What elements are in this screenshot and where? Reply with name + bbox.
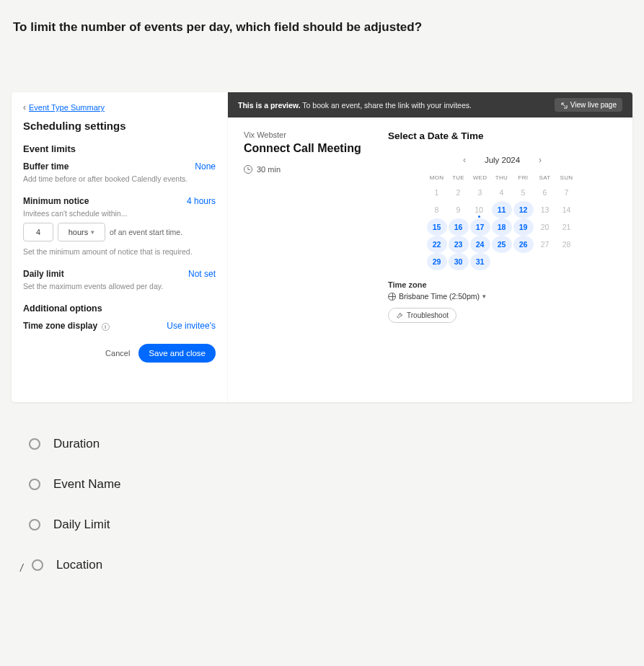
- calendar-day: [557, 253, 577, 270]
- daily-limit-label: Daily limit: [23, 269, 64, 279]
- preview-bar: This is a preview. To book an event, sha…: [228, 92, 632, 117]
- radio-icon[interactable]: [32, 559, 43, 571]
- meeting-info: Vix Webster Connect Call Meeting 30 min: [244, 130, 388, 391]
- calendar-day: 1: [427, 184, 447, 201]
- calendar-day[interactable]: 29: [427, 253, 447, 270]
- timezone-display-label: Time zone display i: [23, 321, 110, 331]
- calendar-day: 8: [427, 201, 447, 218]
- dow-cell: TUE: [449, 174, 469, 181]
- meeting-title: Connect Call Meeting: [244, 142, 388, 155]
- chevron-down-icon: ▾: [482, 293, 486, 300]
- calendar-day[interactable]: 24: [470, 236, 490, 253]
- calendar-day: 10: [470, 201, 490, 218]
- chevron-left-icon: ‹: [23, 102, 26, 112]
- calendar-day[interactable]: 15: [427, 218, 447, 236]
- calendar-day: 27: [535, 236, 555, 253]
- minimum-notice-desc: Set the minimum amount of notice that is…: [23, 247, 216, 257]
- calendar-day[interactable]: 17: [470, 218, 490, 236]
- option-duration[interactable]: Duration: [22, 424, 630, 464]
- calendar-day[interactable]: 12: [513, 201, 534, 218]
- buffer-time-value[interactable]: None: [195, 161, 216, 172]
- calendar-day[interactable]: 11: [492, 201, 512, 218]
- day-of-week-header: MONTUEWEDTHUFRISATSUN: [427, 174, 578, 181]
- daily-limit-row[interactable]: Daily limit Not set: [23, 269, 216, 279]
- option-event-name[interactable]: Event Name: [22, 464, 630, 505]
- minimum-notice-sub: Invitees can't schedule within...: [23, 209, 216, 219]
- answer-options: Duration Event Name Daily Limit / Locati…: [22, 424, 630, 585]
- breadcrumb[interactable]: ‹ Event Type Summary: [23, 102, 216, 112]
- radio-icon[interactable]: [29, 479, 40, 490]
- wrench-icon: [396, 312, 403, 319]
- timezone-display-row[interactable]: Time zone display i Use invitee's: [23, 321, 216, 331]
- calendar-day: 4: [492, 184, 512, 201]
- radio-icon[interactable]: [29, 438, 40, 450]
- select-date-heading: Select a Date & Time: [388, 130, 617, 141]
- calendar-day: 20: [535, 218, 555, 236]
- calendar-day[interactable]: 30: [449, 253, 469, 270]
- notice-unit-select[interactable]: hours ▾: [58, 223, 105, 241]
- daily-limit-value[interactable]: Not set: [188, 269, 216, 279]
- calendar-day[interactable]: 18: [492, 218, 512, 236]
- calendar-day: 6: [535, 184, 555, 201]
- dow-cell: THU: [492, 174, 512, 181]
- month-navigation: ‹ July 2024 ›: [388, 153, 617, 167]
- cursor-caret: /: [20, 562, 23, 574]
- buffer-time-row[interactable]: Buffer time None: [23, 161, 216, 172]
- calendar-day[interactable]: 16: [449, 218, 469, 236]
- calendar-day: 13: [535, 201, 555, 218]
- calendar-week: 293031: [427, 253, 578, 270]
- timezone-label: Time zone: [388, 280, 617, 289]
- calendar-day: 9: [449, 201, 469, 218]
- screenshot-panel: ‹ Event Type Summary Scheduling settings…: [12, 92, 632, 402]
- event-limits-heading: Event limits: [23, 143, 216, 154]
- option-daily-limit[interactable]: Daily Limit: [22, 505, 630, 545]
- minimum-notice-label: Minimum notice: [23, 196, 89, 206]
- timezone-select[interactable]: Brisbane Time (2:50pm) ▾: [388, 292, 617, 301]
- meeting-duration: 30 min: [244, 165, 388, 174]
- minimum-notice-row[interactable]: Minimum notice 4 hours: [23, 196, 216, 206]
- save-button[interactable]: Save and close: [138, 344, 216, 363]
- calendar-day[interactable]: 25: [492, 236, 512, 253]
- option-label: Daily Limit: [53, 518, 110, 532]
- troubleshoot-button[interactable]: Troubleshoot: [388, 308, 456, 323]
- calendar-day: 7: [557, 184, 577, 201]
- view-live-button[interactable]: View live page: [555, 98, 622, 112]
- page-title: Scheduling settings: [23, 120, 216, 132]
- calendar-day: 14: [557, 201, 577, 218]
- additional-options-heading: Additional options: [23, 303, 216, 314]
- notice-after-text: of an event start time.: [110, 228, 182, 237]
- calendar-grid: 1234567891011121314151617181920212223242…: [388, 184, 617, 270]
- option-label: Duration: [53, 437, 100, 451]
- minimum-notice-controls: 4 hours ▾ of an event start time.: [23, 223, 216, 241]
- prev-month-button[interactable]: ‹: [457, 153, 472, 167]
- host-name: Vix Webster: [244, 130, 388, 139]
- breadcrumb-link[interactable]: Event Type Summary: [29, 103, 105, 112]
- option-label: Location: [56, 558, 102, 572]
- notice-unit-value: hours: [69, 228, 89, 236]
- option-location[interactable]: / Location: [22, 545, 630, 585]
- cancel-button[interactable]: Cancel: [105, 349, 130, 358]
- buffer-time-desc: Add time before or after booked Calendly…: [23, 174, 216, 185]
- radio-icon[interactable]: [29, 519, 40, 530]
- timezone-block: Time zone Brisbane Time (2:50pm) ▾ Troub…: [388, 280, 617, 323]
- calendar-day[interactable]: 26: [513, 236, 534, 253]
- calendar-day[interactable]: 31: [470, 253, 490, 270]
- calendar-day: 5: [513, 184, 534, 201]
- daily-limit-desc: Set the maximum events allowed per day.: [23, 282, 216, 292]
- notice-amount-input[interactable]: 4: [23, 223, 53, 241]
- settings-column: ‹ Event Type Summary Scheduling settings…: [12, 92, 228, 402]
- minimum-notice-value[interactable]: 4 hours: [187, 196, 216, 206]
- calendar-day[interactable]: 19: [513, 218, 534, 236]
- question-text: To limit the number of events per day, w…: [0, 0, 644, 42]
- timezone-display-value[interactable]: Use invitee's: [167, 321, 216, 331]
- dow-cell: MON: [427, 174, 447, 181]
- calendar-day: 28: [557, 236, 577, 253]
- calendar-day[interactable]: 23: [449, 236, 469, 253]
- dow-cell: FRI: [513, 174, 534, 181]
- calendar-day: [535, 253, 555, 270]
- calendar-day: 2: [449, 184, 469, 201]
- calendar-day[interactable]: 22: [427, 236, 447, 253]
- dow-cell: SAT: [535, 174, 555, 181]
- next-month-button[interactable]: ›: [533, 153, 547, 167]
- external-link-icon: [560, 102, 568, 109]
